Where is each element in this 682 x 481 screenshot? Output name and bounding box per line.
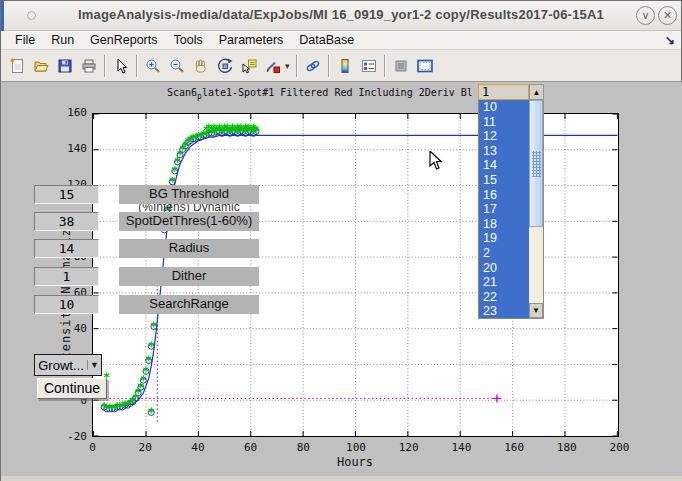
dropdown-scrollbar[interactable]: ▼ <box>529 100 543 318</box>
searchrange-input[interactable]: 10 <box>34 295 99 314</box>
app-window: ImageAnalysis-/media/data/ExpJobs/MI 16_… <box>0 0 682 481</box>
shade-button[interactable]: ∨ <box>636 6 655 25</box>
brush-dropdown-icon[interactable]: ▾ <box>285 61 293 71</box>
x-tick-label: 140 <box>441 441 481 454</box>
dropdown-item[interactable]: 17 <box>479 202 529 217</box>
new-file-icon[interactable] <box>5 53 29 79</box>
spotdetthres-input[interactable]: 38 <box>34 212 99 231</box>
insert-colorbar-icon[interactable] <box>333 53 357 79</box>
growth-mode-dropdown[interactable]: Growt... ▼ <box>34 354 102 376</box>
x-tick-label: 160 <box>494 441 534 454</box>
dither-input[interactable]: 1 <box>34 267 99 286</box>
menu-run[interactable]: Run <box>43 32 82 48</box>
figure-toolbar: ▾ <box>1 50 681 82</box>
x-tick-label: 180 <box>547 441 587 454</box>
menu-database[interactable]: DataBase <box>291 32 362 48</box>
dropdown-item[interactable]: 21 <box>479 275 529 290</box>
x-tick-label: 60 <box>231 441 271 454</box>
x-tick-label: 200 <box>600 441 640 454</box>
menu-parameters[interactable]: Parameters <box>211 32 292 48</box>
bg-threshold-input[interactable]: 15 <box>34 185 99 204</box>
zoom-out-icon[interactable] <box>165 53 189 79</box>
radius-input[interactable]: 14 <box>34 239 99 258</box>
dropdown-item[interactable]: 12 <box>479 129 529 144</box>
menu-tools[interactable]: Tools <box>166 32 211 48</box>
dropdown-item[interactable]: 16 <box>479 188 529 203</box>
searchrange-label: SearchRange <box>119 295 259 314</box>
toolbar-separator <box>296 55 298 77</box>
threshold-end-marker <box>493 394 501 402</box>
dropdown-item[interactable]: 14 <box>479 158 529 173</box>
toolbar-separator <box>328 55 330 77</box>
dither-label: Dither <box>119 267 259 286</box>
brush-icon[interactable] <box>261 53 285 79</box>
pan-hand-icon[interactable] <box>189 53 213 79</box>
data-cursor-icon[interactable] <box>237 53 261 79</box>
dropdown-list[interactable]: 10111213141516171819220212223 <box>479 100 529 318</box>
dropdown-item[interactable]: 19 <box>479 231 529 246</box>
title-bar[interactable]: ImageAnalysis-/media/data/ExpJobs/MI 16_… <box>1 1 681 31</box>
rotate-3d-icon[interactable] <box>213 53 237 79</box>
link-plots-icon[interactable] <box>301 53 325 79</box>
x-tick-label: 40 <box>178 441 218 454</box>
scrollbar-grip <box>532 151 541 177</box>
menu-genreports[interactable]: GenReports <box>82 32 165 48</box>
pointer-icon[interactable] <box>109 53 133 79</box>
mouse-cursor <box>429 151 443 171</box>
continue-button[interactable]: Continue <box>37 378 107 399</box>
dropdown-arrow-icon: ▼ <box>87 360 101 370</box>
bg-threshold-label: BG Threshold <box>119 185 259 204</box>
y-tick-label: 40 <box>51 322 87 336</box>
spot-number-dropdown[interactable]: 1 ▲ 10111213141516171819220212223 ▼ <box>478 84 544 319</box>
insert-legend-icon[interactable] <box>357 53 381 79</box>
menu-bar: File Run GenReports Tools Parameters Dat… <box>1 31 681 50</box>
x-tick-label: 120 <box>389 441 429 454</box>
save-icon[interactable] <box>53 53 77 79</box>
spotdetthres-label: SpotDetThres(1-60%) <box>119 212 259 231</box>
toolbar-separator <box>104 55 106 77</box>
close-button[interactable]: ✕ <box>658 6 677 25</box>
window-bottom-border <box>1 476 682 481</box>
dropdown-item[interactable]: 13 <box>479 144 529 159</box>
zoom-in-icon[interactable] <box>141 53 165 79</box>
y-tick-label: 160 <box>51 106 87 120</box>
bg-threshold-sublabel: (%Intens) Dynamic <box>119 203 259 212</box>
scroll-down-icon[interactable]: ▼ <box>529 303 543 318</box>
dropdown-item[interactable]: 20 <box>479 261 529 276</box>
dropdown-item[interactable]: 15 <box>479 173 529 188</box>
x-tick-label: 20 <box>125 441 165 454</box>
dropdown-selected-value[interactable]: 1 <box>478 84 529 100</box>
dock-figure-icon[interactable] <box>413 53 437 79</box>
dropdown-item[interactable]: 10 <box>479 100 529 115</box>
toolbar-separator <box>136 55 138 77</box>
plot-title: Scan6plate1-Spot#1 Filtered Red Includin… <box>167 87 473 101</box>
plot-tools-off-icon[interactable] <box>389 53 413 79</box>
x-axis-label: Hours <box>315 455 395 469</box>
radius-label: Radius <box>119 239 259 258</box>
x-tick-label: 100 <box>336 441 376 454</box>
dropdown-item[interactable]: 11 <box>479 115 529 130</box>
scrollbar-thumb[interactable] <box>529 100 543 227</box>
open-file-icon[interactable] <box>29 53 53 79</box>
x-tick-label: 0 <box>73 441 113 454</box>
y-tick-label: 140 <box>51 142 87 156</box>
x-tick-label: 80 <box>283 441 323 454</box>
dropdown-item[interactable]: 18 <box>479 217 529 232</box>
print-icon[interactable] <box>77 53 101 79</box>
dropdown-item[interactable]: 22 <box>479 290 529 305</box>
menu-file[interactable]: File <box>7 32 43 48</box>
dropdown-item[interactable]: 23 <box>479 304 529 318</box>
scroll-up-icon[interactable]: ▲ <box>529 84 544 100</box>
dropdown-item[interactable]: 2 <box>479 246 529 261</box>
window-title: ImageAnalysis-/media/data/ExpJobs/MI 16_… <box>1 7 681 22</box>
toolbar-separator <box>384 55 386 77</box>
dock-arrow-icon[interactable]: ↘ <box>665 33 675 47</box>
